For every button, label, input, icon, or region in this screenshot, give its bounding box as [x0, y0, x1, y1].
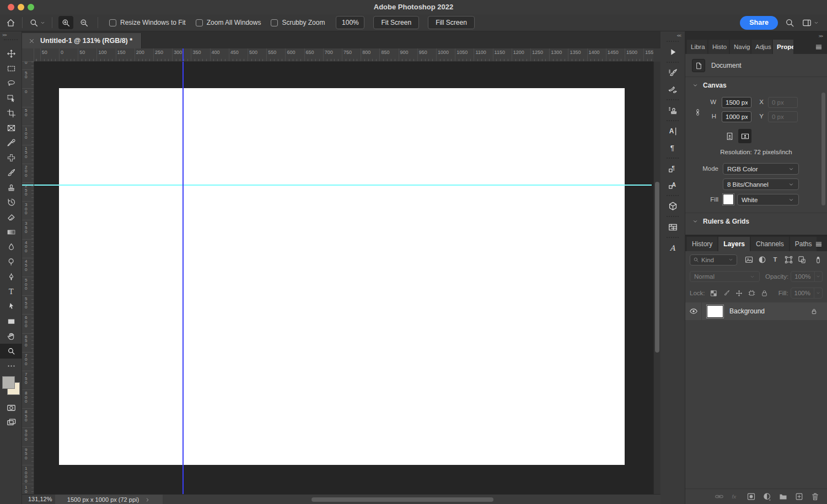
hand-tool[interactable] — [0, 329, 22, 344]
panel-button-pattern[interactable] — [660, 219, 685, 235]
bit-depth-dropdown[interactable]: 8 Bits/Channel — [723, 178, 799, 190]
tools-panel-collapse[interactable]: >> — [0, 31, 22, 39]
filter-smart-objects-icon[interactable] — [797, 255, 807, 264]
canvas-horizontal-scrollbar[interactable] — [312, 497, 493, 502]
frame-tool[interactable] — [0, 121, 22, 136]
pen-tool[interactable] — [0, 269, 22, 284]
zoom-tool-preset[interactable] — [29, 18, 46, 28]
add-layer-mask-icon[interactable] — [747, 492, 756, 501]
guide-vertical[interactable] — [182, 62, 184, 494]
checkbox-box[interactable] — [271, 19, 278, 26]
filter-kind-dropdown[interactable]: Kind — [690, 254, 737, 265]
document-type-tile[interactable] — [692, 59, 705, 72]
home-icon[interactable] — [6, 18, 16, 28]
filter-adjustment-layers-icon[interactable] — [758, 255, 767, 264]
panel-button-character[interactable]: A — [660, 123, 685, 139]
marquee-tool[interactable] — [0, 61, 22, 76]
checkbox-box[interactable] — [109, 19, 116, 26]
move-tool[interactable] — [0, 46, 22, 61]
layer-name[interactable]: Background — [729, 307, 810, 315]
tab-libra[interactable]: Libra — [687, 40, 707, 54]
tab-layers[interactable]: Layers — [718, 237, 750, 251]
history-brush-tool[interactable] — [0, 195, 22, 210]
ruler-origin-corner[interactable] — [22, 48, 34, 62]
panel-button-paragraph-styles[interactable]: ¶ — [660, 160, 685, 177]
panel-menu-icon[interactable] — [814, 42, 823, 51]
quick-mask-button[interactable] — [0, 400, 22, 415]
zoom-percent-field[interactable] — [336, 16, 364, 29]
canvas-vertical-scrollbar[interactable] — [653, 62, 660, 494]
new-layer-icon[interactable] — [794, 492, 804, 501]
status-doc-info-box[interactable]: 1500 px x 1000 px (72 ppi) — [55, 495, 163, 504]
edit-toolbar[interactable] — [0, 359, 22, 373]
expand-panels-button[interactable]: << — [660, 31, 685, 39]
canvas-section-header[interactable]: Canvas — [685, 77, 827, 93]
zoom-in-button[interactable] — [58, 16, 73, 29]
ruler-horizontal[interactable]: 5005010015020025030035040045050055060065… — [34, 48, 653, 62]
zoom-out-button[interactable] — [77, 16, 92, 29]
status-zoom-level[interactable]: 131,12% — [28, 496, 52, 502]
panel-menu-icon[interactable] — [814, 240, 823, 248]
delete-layer-icon[interactable] — [810, 492, 820, 501]
panel-button-character-styles[interactable]: A — [660, 177, 685, 193]
panel-button-materials[interactable] — [660, 198, 685, 214]
screen-mode-button[interactable] — [0, 415, 22, 430]
type-tool[interactable]: T — [0, 284, 22, 299]
tab-paths[interactable]: Paths — [790, 237, 817, 251]
workspace-switcher[interactable] — [802, 18, 819, 28]
layer-row-background[interactable]: Background — [685, 302, 827, 320]
x-field[interactable] — [768, 97, 798, 108]
layer-style-icon[interactable]: fx — [731, 492, 740, 501]
lock-artboard-icon[interactable] — [748, 289, 756, 297]
panel-button-glyphs[interactable]: A — [660, 240, 685, 256]
object-selection-tool[interactable] — [0, 91, 22, 106]
eraser-tool[interactable] — [0, 210, 22, 225]
y-field[interactable] — [768, 111, 798, 122]
document-tab[interactable]: Untitled-1 @ 131% (RGB/8) * — [22, 33, 142, 48]
tab-history[interactable]: History — [687, 237, 717, 251]
rulers-grids-section-header[interactable]: Rulers & Grids — [685, 213, 827, 229]
new-adjustment-layer-icon[interactable] — [762, 492, 772, 501]
tab-channels[interactable]: Channels — [751, 237, 789, 251]
lock-pixels-icon[interactable] — [722, 289, 731, 297]
guide-horizontal[interactable] — [34, 185, 652, 186]
blend-mode-dropdown[interactable]: Normal — [690, 271, 760, 282]
search-icon[interactable] — [785, 18, 795, 28]
filter-pixel-layers-icon[interactable] — [744, 255, 754, 264]
properties-scrollbar[interactable] — [821, 93, 825, 205]
healing-brush-tool[interactable] — [0, 150, 22, 165]
tab-histo[interactable]: Histo — [708, 40, 729, 54]
link-layers-icon[interactable] — [715, 492, 724, 501]
close-icon[interactable] — [28, 37, 35, 45]
panel-button-clone-source[interactable] — [660, 102, 685, 118]
rectangle-tool[interactable] — [0, 314, 22, 329]
canvas-viewport[interactable] — [34, 62, 653, 494]
fill-dropdown-button[interactable] — [814, 288, 823, 299]
canvas-document[interactable] — [59, 88, 625, 465]
panel-button-paragraph[interactable]: ¶ — [660, 139, 685, 156]
lock-position-icon[interactable] — [735, 289, 743, 297]
checkbox-resize-windows-to-fit[interactable]: Resize Windows to Fit — [109, 19, 186, 26]
opacity-dropdown-button[interactable] — [815, 271, 823, 282]
clone-stamp-tool[interactable] — [0, 180, 22, 195]
layer-filtering-toggle[interactable] — [814, 254, 823, 265]
blur-tool[interactable] — [0, 240, 22, 254]
orientation-portrait-button[interactable] — [723, 129, 736, 143]
height-field[interactable] — [722, 111, 751, 122]
panel-button-actions[interactable] — [660, 44, 685, 60]
foreground-color-swatch[interactable] — [2, 376, 15, 389]
new-group-icon[interactable] — [778, 492, 788, 501]
layer-locked-badge[interactable] — [810, 308, 827, 315]
checkbox-box[interactable] — [196, 19, 203, 26]
panel-button-brush-settings[interactable] — [660, 64, 685, 81]
filter-shape-layers-icon[interactable] — [784, 255, 793, 264]
color-mode-dropdown[interactable]: RGB Color — [723, 163, 799, 175]
fill-opacity-value[interactable]: 100% — [791, 288, 814, 299]
lock-all-icon[interactable] — [760, 289, 769, 297]
brush-tool[interactable] — [0, 165, 22, 180]
tools-panel-grip[interactable] — [4, 39, 18, 43]
fill-dropdown[interactable]: White — [737, 194, 799, 205]
link-dimensions-icon[interactable] — [694, 101, 702, 124]
tab-navig[interactable]: Navig — [730, 40, 750, 54]
checkbox-scrubby-zoom[interactable]: Scrubby Zoom — [271, 19, 325, 26]
